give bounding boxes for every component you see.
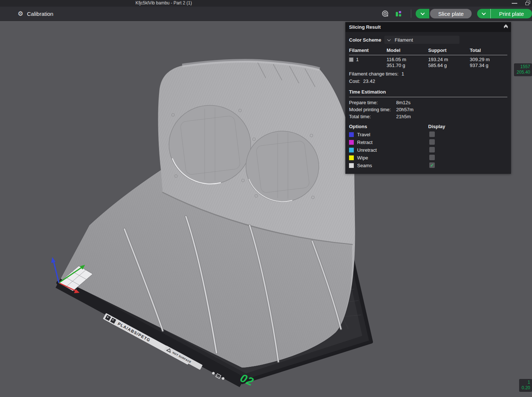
option-label: Wipe	[357, 155, 368, 161]
top-layer-number: 1557	[517, 64, 530, 70]
col-filament: Filament	[349, 48, 387, 53]
option-label: Seams	[357, 163, 372, 168]
panel-body: Color Scheme Filament Filament Model Sup…	[345, 32, 511, 174]
toolbar-divider	[411, 10, 411, 18]
calibration-target-button[interactable]	[381, 10, 389, 18]
support-cell: 193.24 m 585.64 g	[428, 57, 470, 68]
layer-slider-bottom-badge[interactable]: 1 0.20	[519, 379, 532, 392]
retract-color-swatch	[349, 140, 354, 145]
target-icon	[381, 10, 389, 17]
seams-checkbox[interactable]	[429, 162, 435, 168]
table-divider	[349, 55, 507, 55]
window-title: Kfjc5klVib bambu - Part 2 (1)	[135, 0, 192, 6]
option-label: Retract	[357, 140, 373, 145]
viewport-3d[interactable]: PLA/ABS/PETG HOT SURFACE 02	[0, 21, 532, 397]
filament-color-swatch[interactable]	[349, 57, 353, 62]
color-scheme-row: Color Scheme Filament	[349, 35, 507, 45]
unretract-checkbox[interactable]	[429, 147, 435, 152]
unretract-color-swatch	[349, 148, 354, 152]
model-hole-right	[246, 131, 319, 202]
arrange-icon	[395, 11, 402, 17]
color-scheme-select[interactable]: Filament	[384, 36, 459, 44]
bottom-layer-number: 1	[522, 380, 530, 385]
filament-table: Filament Model Support Total 1 116.05 m …	[349, 46, 507, 68]
printing-time-row: Model printing time: 20h57m	[349, 106, 507, 113]
z-axis-arrow	[51, 257, 56, 263]
travel-checkbox[interactable]	[429, 131, 435, 137]
wipe-checkbox[interactable]	[429, 155, 435, 160]
slice-plate-button[interactable]: Slice plate	[430, 9, 472, 18]
model-cell: 116.05 m 351.70 g	[387, 57, 428, 68]
filament-change-row: Filament change times:1	[349, 71, 507, 77]
filament-table-row: 1 116.05 m 351.70 g 193.24 m 585.64 g 30…	[349, 55, 507, 68]
seams-color-swatch	[349, 163, 354, 168]
options-header: Options Display	[349, 124, 507, 131]
print-plate-button[interactable]: Print plate	[491, 9, 532, 18]
main-toolbar: ⚙ Calibration Slice plate	[0, 7, 532, 21]
gear-icon: ⚙	[18, 11, 23, 17]
minimize-icon[interactable]	[512, 3, 517, 4]
chevron-down-icon	[387, 38, 391, 41]
option-row-unretract: Unretract	[349, 146, 507, 154]
option-row-retract: Retract	[349, 138, 507, 146]
display-header: Display	[428, 124, 445, 129]
wipe-color-swatch	[349, 155, 354, 160]
collapse-panel-icon[interactable]	[504, 25, 507, 29]
panel-title: Slicing Result	[349, 24, 381, 30]
option-label: Travel	[357, 132, 370, 137]
top-layer-height: 205.40	[517, 70, 530, 75]
option-label: Unretract	[357, 147, 377, 153]
total-time-row: Total time: 21h5m	[349, 113, 507, 120]
chevron-down-icon	[420, 11, 424, 15]
restore-icon[interactable]	[525, 1, 531, 5]
retract-checkbox[interactable]	[429, 139, 435, 145]
bottom-layer-height: 0.20	[522, 385, 530, 391]
model-hole-left	[169, 105, 251, 184]
filament-table-header: Filament Model Support Total	[349, 46, 507, 55]
print-plate-combo: Print plate	[477, 9, 532, 18]
travel-color-swatch	[349, 132, 354, 137]
option-row-wipe: Wipe	[349, 154, 507, 162]
model-mesh[interactable]	[61, 61, 355, 368]
toolbar-right-group: Slice plate Print plate	[378, 9, 532, 18]
slice-plate-dropdown-button[interactable]	[416, 9, 429, 18]
slicing-result-panel: Slicing Result Color Scheme Filament Fil…	[345, 22, 511, 174]
col-total: Total	[470, 48, 507, 53]
arrange-button[interactable]	[394, 10, 402, 18]
calibration-button[interactable]: ⚙ Calibration	[18, 11, 53, 17]
title-bar: Kfjc5klVib bambu - Part 2 (1)	[0, 0, 532, 7]
layer-slider-top-badge[interactable]: 1557 205.40	[514, 63, 532, 76]
col-model: Model	[387, 48, 428, 53]
color-scheme-value: Filament	[395, 37, 413, 43]
total-cell: 309.29 m 937.34 g	[470, 57, 507, 68]
prepare-time-row: Prepare time: 8m12s	[349, 99, 507, 106]
color-scheme-label: Color Scheme	[349, 37, 384, 43]
time-estimation-title: Time Estimation	[349, 89, 507, 97]
option-row-travel: Travel	[349, 131, 507, 138]
option-row-seams: Seams	[349, 162, 507, 169]
restore-icon-front	[525, 2, 529, 5]
panel-header: Slicing Result	[345, 22, 511, 32]
filament-cell: 1	[349, 57, 387, 68]
chevron-down-icon	[482, 11, 486, 15]
time-divider	[349, 97, 507, 97]
slice-plate-combo: Slice plate	[416, 9, 472, 18]
calibration-label: Calibration	[27, 11, 53, 17]
col-support: Support	[428, 48, 470, 53]
cost-row: Cost:23.42	[349, 78, 507, 85]
print-plate-dropdown-button[interactable]	[477, 9, 491, 18]
